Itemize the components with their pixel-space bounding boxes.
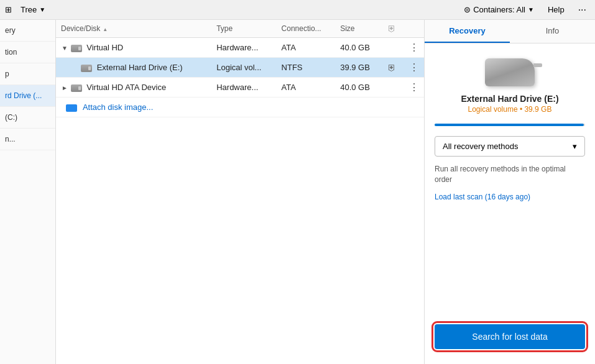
disk-icon (81, 65, 92, 72)
col-header-actions (404, 20, 424, 38)
disk-icon (71, 84, 82, 92)
drive-sub-label: Logical volume • 39.9 GB (435, 105, 585, 114)
row-more-icon[interactable]: ⋮ (409, 42, 419, 53)
sidebar-other-label: n... (5, 135, 16, 143)
row-size-cell: 39.9 GB (335, 58, 382, 78)
row-device-cell: External Hard Drive (E:) (56, 58, 211, 78)
shield-row-icon: ⛨ (387, 63, 396, 73)
row-device-name: External Hard Drive (E:) (97, 63, 183, 72)
row-shield-cell (382, 78, 405, 98)
sidebar-item-preview[interactable]: p (0, 63, 55, 85)
drive-shape-icon (485, 58, 535, 86)
disk-table-panel: Device/Disk Type Connectio... Size (56, 20, 424, 364)
row-device-cell: ► Virtual HD ATA Device (56, 78, 211, 98)
containers-filter-icon: ⊜ (464, 5, 471, 14)
col-header-type: Type (211, 20, 276, 38)
table-header-row: Device/Disk Type Connectio... Size (56, 20, 424, 38)
disk-table: Device/Disk Type Connectio... Size (56, 20, 424, 117)
row-size-cell: 40.0 GB (335, 78, 382, 98)
panel-content: External Hard Drive (E:) Logical volume … (425, 43, 595, 364)
row-device-cell: ▼ Virtual HD (56, 38, 211, 58)
sidebar-item-other[interactable]: n... (0, 129, 55, 150)
row-dots-cell[interactable]: ⋮ (404, 38, 424, 58)
containers-label: Containers: All (473, 5, 525, 14)
drive-info: External Hard Drive (E:) Logical volume … (435, 94, 585, 114)
disk-icon (71, 45, 82, 52)
row-type-cell: Logical vol... (211, 58, 276, 78)
col-header-shield: ⛨ (382, 20, 405, 38)
main-layout: ery tion p rd Drive (... (C:) n... (0, 20, 595, 364)
sidebar-item-option[interactable]: tion (0, 42, 55, 63)
table-row[interactable]: External Hard Drive (E:) Logical vol... … (56, 58, 424, 78)
expand-virtual-ata-button[interactable]: ► (61, 84, 68, 92)
method-dropdown[interactable]: All recovery methods ▾ (435, 136, 585, 157)
more-options-button[interactable]: ··· (574, 2, 590, 17)
tree-label: Tree (21, 5, 37, 14)
sidebar-hard-drive-label: rd Drive (... (5, 91, 42, 100)
row-shield-cell (382, 38, 405, 58)
panel-tabs: Recovery Info (425, 20, 595, 43)
attach-disk-link[interactable]: Attach disk image... (83, 102, 153, 112)
attach-icon (66, 104, 77, 112)
col-header-connection: Connectio... (277, 20, 336, 38)
shield-header-icon: ⛨ (387, 24, 396, 34)
drive-visual (435, 58, 585, 86)
capacity-fill (435, 124, 584, 126)
tree-chevron-icon: ▼ (39, 6, 45, 13)
load-scan-link[interactable]: Load last scan (16 days ago) (435, 193, 585, 201)
drive-name-label: External Hard Drive (E:) (435, 94, 585, 104)
tab-info[interactable]: Info (510, 20, 595, 43)
row-shield-cell: ⛨ (382, 58, 405, 78)
disk-table-scroll[interactable]: Device/Disk Type Connectio... Size (56, 20, 424, 364)
sidebar-option-label: tion (5, 48, 17, 57)
row-type-cell: Hardware... (211, 78, 276, 98)
sort-device-icon[interactable] (103, 24, 108, 33)
attach-disk-row[interactable]: Attach disk image... (56, 98, 424, 117)
toolbar: ⊞ Tree ▼ ⊜ Containers: All ▼ Help ··· (0, 0, 595, 20)
sidebar-c-drive-label: (C:) (5, 113, 17, 122)
sidebar-item-recovery[interactable]: ery (0, 20, 55, 42)
row-dots-cell[interactable]: ⋮ (404, 78, 424, 98)
search-for-lost-data-button[interactable]: Search for lost data (435, 324, 585, 349)
tree-icon: ⊞ (5, 5, 12, 14)
panel-spacer (435, 209, 585, 317)
containers-dropdown[interactable]: ⊜ Containers: All ▼ (460, 3, 538, 16)
sidebar-recovery-label: ery (5, 26, 16, 35)
expand-virtual-hd-button[interactable]: ▼ (61, 45, 68, 52)
row-device-name: Virtual HD (86, 43, 123, 52)
search-button-wrapper: Search for lost data (435, 324, 585, 354)
row-connection-cell: ATA (277, 38, 336, 58)
capacity-bar (435, 124, 585, 126)
row-device-name: Virtual HD ATA Device (86, 83, 166, 92)
row-dots-cell[interactable]: ⋮ (404, 58, 424, 78)
sidebar-item-hard-drive[interactable]: rd Drive (... (0, 85, 55, 107)
col-header-size: Size (335, 20, 382, 38)
tab-recovery[interactable]: Recovery (425, 20, 510, 43)
tree-dropdown[interactable]: Tree ▼ (17, 3, 49, 16)
method-label: All recovery methods (443, 142, 518, 151)
containers-chevron-icon: ▼ (528, 6, 534, 13)
row-size-cell: 40.0 GB (335, 38, 382, 58)
sidebar-preview-label: p (5, 70, 9, 78)
sidebar: ery tion p rd Drive (... (C:) n... (0, 20, 56, 364)
method-description: Run all recovery methods in the optimal … (435, 164, 585, 185)
table-row[interactable]: ▼ Virtual HD Hardware... ATA 40.0 GB ⋮ (56, 38, 424, 58)
row-more-icon[interactable]: ⋮ (409, 82, 419, 93)
sidebar-item-c-drive[interactable]: (C:) (0, 107, 55, 129)
row-connection-cell: ATA (277, 78, 336, 98)
col-header-device: Device/Disk (56, 20, 211, 38)
method-chevron-icon: ▾ (573, 142, 577, 151)
row-connection-cell: NTFS (277, 58, 336, 78)
right-panel: Recovery Info External Hard Drive (E:) L… (424, 20, 595, 364)
row-type-cell: Hardware... (211, 38, 276, 58)
help-button[interactable]: Help (543, 3, 570, 16)
row-more-icon[interactable]: ⋮ (409, 62, 419, 73)
table-row[interactable]: ► Virtual HD ATA Device Hardware... ATA … (56, 78, 424, 98)
